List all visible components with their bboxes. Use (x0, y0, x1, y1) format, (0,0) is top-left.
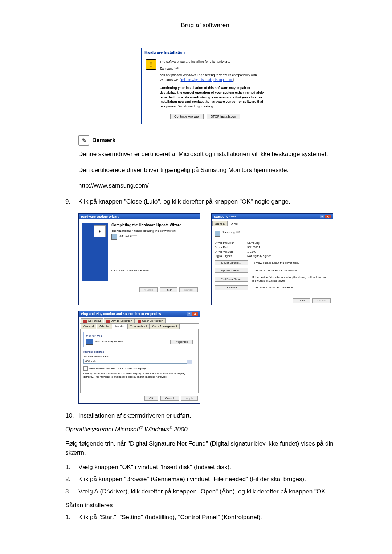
driver-titlebar: Samsung *****?✕ (212, 214, 333, 219)
close-button[interactable]: Close (293, 298, 310, 303)
val-version: 1.0.0.0 (247, 250, 256, 253)
rollback-driver-button[interactable]: Roll Back Driver (215, 277, 248, 282)
step-number: 3. (65, 487, 78, 496)
step-text: Klik på knappen "Browse" (Gennemse) i vi… (78, 475, 345, 484)
tab-driver[interactable]: Driver (228, 221, 241, 226)
chk-label: Hide modes that this monitor cannot disp… (89, 367, 146, 370)
group-monitor-settings: Monitor settings (83, 350, 195, 353)
device-icon (215, 231, 220, 237)
monitor-icon (86, 339, 93, 345)
tab-color-correction[interactable]: Color Correction (135, 318, 166, 323)
val-provider: Samsung (247, 241, 260, 245)
ok-button[interactable]: OK (144, 396, 158, 401)
device-icon (111, 234, 117, 240)
tab-adapter[interactable]: Adapter (97, 324, 112, 329)
dialog-link[interactable]: Tell me why this testing is important. (181, 78, 233, 82)
step-2000-3: 3. Vælg A:(D:\driver), klik derefter på … (65, 487, 345, 496)
back-button[interactable]: < Back (139, 287, 158, 292)
dialog-hardware-update-wizard: Hardware Update Wizard ◈ Completing the … (78, 213, 200, 305)
tab-color-management[interactable]: Color Management (150, 324, 180, 329)
dialog-title: Hardware Installation (142, 48, 269, 57)
continue-anyway-button[interactable]: Continue Anyway (170, 114, 204, 119)
tab-geforce3[interactable]: GeForce3 (81, 318, 103, 323)
step-number: 1. (65, 513, 78, 522)
note-label: Bemærk (92, 137, 115, 144)
desc-rollback: If the device fails after updating the d… (252, 276, 330, 282)
wizard-sidebar-icon: ◈ (94, 225, 106, 237)
uninstall-button[interactable]: Uninstall (215, 285, 248, 290)
step-text: Klik på knappen "Close (Luk)", og klik d… (78, 197, 345, 206)
tab-icon (106, 320, 110, 323)
dialog-line2b: ) (233, 78, 234, 82)
hide-modes-checkbox[interactable] (83, 366, 88, 371)
val-signer: Not digitally signed (247, 254, 271, 258)
lbl-date: Driver Date: (215, 246, 247, 249)
step-text: Vælg knappen "OK" i vinduet "Insert disk… (78, 463, 345, 472)
step-9: 9. Klik på knappen "Close (Luk)", og kli… (65, 197, 345, 206)
warning-icon: ! (146, 59, 156, 70)
note-header: ✎ Bemærk (78, 135, 345, 146)
tab-monitor[interactable]: Monitor (113, 324, 127, 329)
dialog-hardware-installation: Hardware Installation ! The software you… (141, 48, 269, 124)
step-number: 9. (65, 197, 78, 206)
dialog-device: Samsung **** (160, 66, 264, 71)
paragraph-avail: Den certificerede driver bliver tilgænge… (78, 165, 345, 175)
step-text: Vælg A:(D:\driver), klik derefter på kna… (78, 487, 345, 496)
stop-installation-button[interactable]: STOP Installation (207, 114, 240, 119)
close-icon[interactable]: ✕ (192, 312, 198, 316)
lbl-refresh: Screen refresh rate: (83, 355, 195, 358)
footer-rule (65, 537, 345, 537)
refresh-rate-select[interactable]: 60 Hertz (83, 359, 192, 364)
step-text: Installationen af skærmdriveren er udfør… (78, 411, 345, 420)
paragraph-follow: Følg følgende trin, når "Digital Signatu… (65, 439, 345, 457)
lbl-version: Driver Version: (215, 250, 247, 253)
driver-title-text: Samsung ***** (214, 215, 236, 218)
tab-troubleshoot[interactable]: Troubleshoot (127, 324, 149, 329)
paragraph-url: http://www.samsung.com/ (78, 181, 345, 190)
dialog-monitor-properties: Plug and Play Monitor and 3D Prophet III… (78, 311, 200, 404)
apply-button[interactable]: Apply (181, 396, 198, 401)
step-10: 10. Installationen af skærmdriveren er u… (65, 411, 345, 420)
wizard-finish-text: Click Finish to close the wizard. (111, 269, 196, 272)
monitor-name: Plug and Play Monitor (95, 340, 124, 343)
tab-device-selection[interactable]: Device Selection (104, 318, 135, 323)
wizard-titlebar: Hardware Update Wizard (79, 214, 200, 219)
howto-step-1: 1. Klik på "Start", "Setting" (Indstilli… (65, 513, 345, 522)
help-icon[interactable]: ? (187, 312, 192, 316)
wizard-line1: The wizard has finished installing the s… (111, 229, 196, 233)
cancel-button-3[interactable]: Cancel (160, 396, 179, 401)
group-monitor-type: Monitor type (86, 334, 193, 337)
monitor-title-text: Plug and Play Monitor and 3D Prophet III… (81, 312, 161, 316)
note-icon: ✎ (78, 135, 89, 146)
os-heading: Operativsystemet Microsoft® Windows® 200… (65, 426, 345, 433)
desc-update: To update the driver for this device. (252, 269, 330, 272)
help-icon[interactable]: ? (320, 215, 324, 218)
lbl-provider: Driver Provider: (215, 241, 247, 245)
tab-general[interactable]: General (212, 221, 228, 226)
tab-general-2[interactable]: General (81, 324, 96, 329)
step-number: 1. (65, 463, 78, 472)
dialog-text: The software you are installing for this… (160, 59, 264, 108)
step-number: 10. (65, 411, 78, 420)
monitor-titlebar: Plug and Play Monitor and 3D Prophet III… (79, 311, 200, 317)
tab-icon (138, 320, 141, 323)
val-date: 9/11/2001 (247, 246, 260, 249)
properties-button[interactable]: Properties (170, 340, 193, 344)
cancel-button[interactable]: Cancel (179, 287, 198, 292)
desc-uninstall: To uninstall the driver (Advanced). (252, 286, 330, 289)
document-page: Brug af softwaren Hardware Installation … (0, 0, 392, 554)
dialog-warning-bold: Continuing your installation of this sof… (160, 86, 264, 108)
driver-device: Samsung **** (222, 231, 240, 237)
driver-details-button[interactable]: Driver Details... (215, 260, 248, 265)
wizard-title-text: Hardware Update Wizard (81, 215, 119, 218)
paragraph-cert: Denne skærmdriver er certificeret af Mic… (78, 149, 345, 159)
step-text: Klik på "Start", "Setting" (Indstilling)… (78, 513, 345, 522)
wizard-device: Samsung **** (119, 234, 137, 240)
lbl-signer: Digital Signer: (215, 254, 247, 258)
cancel-button-2[interactable]: Cancel (312, 298, 331, 303)
dialog-driver-properties: Samsung *****?✕ General Driver Samsung *… (211, 213, 333, 305)
update-driver-button[interactable]: Update Driver... (215, 268, 248, 273)
close-icon[interactable]: ✕ (325, 215, 331, 218)
finish-button[interactable]: Finish (160, 287, 177, 292)
tab-icon (83, 320, 87, 323)
